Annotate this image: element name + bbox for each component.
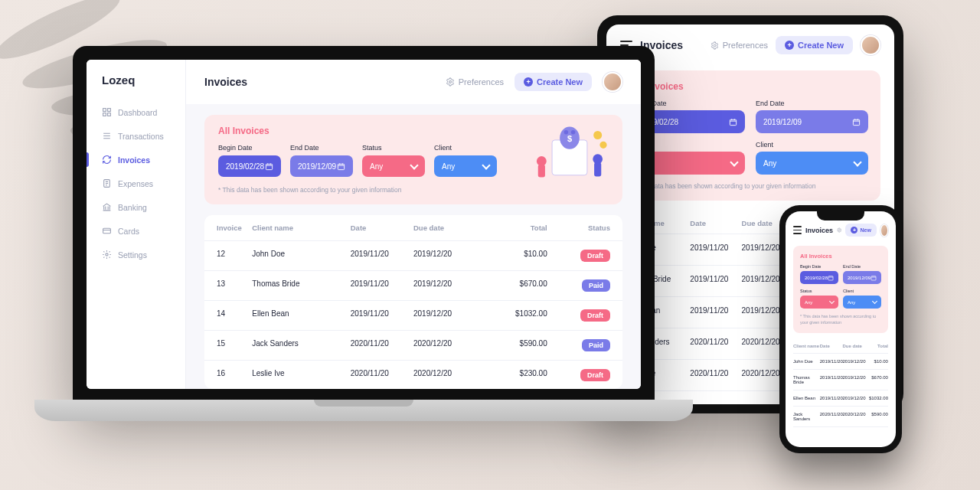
table-row[interactable]: 16Leslie Ive2020/11/202020/12/20$230.00D… <box>204 361 622 389</box>
begin-date-picker[interactable]: 2019/02/28 <box>218 155 281 177</box>
svg-point-24 <box>537 156 547 166</box>
sidebar-item-transactions[interactable]: Transactions <box>87 124 185 148</box>
table-row[interactable]: Jack Sanders2020/11/202020/12/20$590.00 <box>793 407 888 427</box>
sidebar-item-invoices[interactable]: Invoices <box>87 148 185 172</box>
table-header-row: Invoice Client name Date Due date Total … <box>204 215 622 241</box>
filter-note: * This data has been shown according to … <box>218 186 609 194</box>
client-select[interactable]: Any <box>434 155 497 177</box>
svg-rect-16 <box>338 164 344 169</box>
client-label: Client <box>756 141 868 149</box>
svg-rect-30 <box>871 276 876 279</box>
end-date-label: End Date <box>290 144 353 152</box>
end-date-picker[interactable]: 2019/12/09 <box>756 110 868 133</box>
plus-icon: + <box>851 227 858 234</box>
preferences-button[interactable]: Preferences <box>446 77 504 87</box>
laptop-device: Lozeq DashboardTransactionsInvoicesExpen… <box>73 46 655 421</box>
sidebar-item-expenses[interactable]: Expenses <box>87 172 185 195</box>
begin-date-picker[interactable]: 2019/02/28 <box>800 271 838 284</box>
svg-rect-15 <box>266 164 272 169</box>
status-badge: Draft <box>580 309 610 322</box>
avatar[interactable] <box>603 72 622 92</box>
filter-card: All Invoices Begin Date 2019/02/28 End D… <box>620 70 880 201</box>
begin-date-label: Begin Date <box>218 144 281 152</box>
status-badge: Draft <box>580 250 610 262</box>
end-date-picker[interactable]: 2019/12/09 <box>843 271 881 284</box>
calendar-icon <box>852 118 861 126</box>
svg-point-18 <box>593 131 602 139</box>
table-row[interactable]: Ellen Bean2019/11/202019/12/20$1032.00 <box>793 390 888 407</box>
grid-icon <box>102 107 112 117</box>
svg-rect-5 <box>730 119 736 125</box>
page-title: Invoices <box>805 227 833 234</box>
svg-point-26 <box>593 154 603 164</box>
filter-note: * This data has been shown according to … <box>632 182 868 190</box>
svg-rect-12 <box>103 228 111 234</box>
plus-icon: + <box>524 77 533 87</box>
svg-point-14 <box>449 81 451 83</box>
table-header-row: Client name Date Due date Total <box>793 339 888 354</box>
calendar-icon <box>265 162 273 171</box>
sidebar-item-label: Expenses <box>118 179 153 188</box>
avatar[interactable] <box>880 224 888 237</box>
svg-point-4 <box>714 44 716 47</box>
sidebar-item-label: Transactions <box>118 132 164 141</box>
status-label: Status <box>800 289 838 293</box>
calendar-icon <box>337 162 345 171</box>
preferences-button[interactable]: Preferences <box>710 41 768 50</box>
table-row[interactable]: John Doe2019/11/202019/12/20$10.00 <box>793 354 888 370</box>
end-date-picker[interactable]: 2019/12/09 <box>290 155 353 177</box>
svg-rect-27 <box>594 162 601 176</box>
sidebar-item-label: Dashboard <box>118 108 157 117</box>
menu-icon[interactable] <box>793 226 802 234</box>
card-icon <box>102 226 112 236</box>
svg-text:$: $ <box>567 134 572 143</box>
main-pane: Invoices Preferences + Create New All In… <box>186 60 641 389</box>
phone-screen: Invoices + New All Invoices Begin Date 2… <box>786 211 896 447</box>
receipt-icon <box>102 178 112 188</box>
gear-icon <box>446 77 455 87</box>
avatar[interactable] <box>861 35 880 55</box>
sidebar-item-cards[interactable]: Cards <box>87 219 185 243</box>
sidebar-item-settings[interactable]: Settings <box>87 243 185 266</box>
svg-rect-29 <box>828 276 833 279</box>
phone-table: Client name Date Due date Total John Doe… <box>786 336 896 430</box>
filter-card: All Invoices Begin Date 2019/02/28 End D… <box>793 246 888 333</box>
client-select[interactable]: Any <box>843 296 881 309</box>
end-date-label: End Date <box>843 264 881 269</box>
svg-rect-7 <box>103 109 106 112</box>
gear-icon <box>102 250 112 260</box>
table-row[interactable]: 12John Doe2019/11/202019/12/20$10.00Draf… <box>204 241 622 271</box>
client-select[interactable]: Any <box>756 152 868 175</box>
plus-icon: + <box>785 41 794 50</box>
status-select[interactable]: Any <box>800 296 838 309</box>
list-icon <box>102 131 112 141</box>
sidebar-item-label: Cards <box>118 227 139 236</box>
chevron-down-icon <box>410 161 418 169</box>
filter-title: All Invoices <box>632 81 868 92</box>
table-row[interactable]: 14Ellen Bean2019/11/202019/12/20$1032.00… <box>204 301 622 331</box>
sidebar-item-dashboard[interactable]: Dashboard <box>87 100 185 124</box>
chevron-down-icon <box>730 158 738 166</box>
main-header: Invoices Preferences + Create New <box>186 60 641 104</box>
status-badge: Draft <box>580 369 610 381</box>
filter-illustration: $ <box>528 122 612 184</box>
svg-rect-10 <box>108 113 111 116</box>
table-row[interactable]: 13Thomas Bride2019/11/202019/12/20$670.0… <box>204 271 622 301</box>
status-select[interactable]: Any <box>362 155 425 177</box>
table-row[interactable]: 15Jack Sanders2020/11/202020/12/20$590.0… <box>204 331 622 361</box>
create-new-button[interactable]: + New <box>845 224 876 237</box>
status-badge: Paid <box>582 339 610 351</box>
sidebar-item-label: Invoices <box>118 155 150 165</box>
client-label: Client <box>434 144 497 152</box>
create-new-button[interactable]: + Create New <box>776 36 853 54</box>
refresh-icon <box>102 155 112 165</box>
sidebar-item-banking[interactable]: Banking <box>87 195 185 219</box>
gear-icon[interactable] <box>837 226 841 234</box>
client-label: Client <box>843 289 881 293</box>
laptop-screen: Lozeq DashboardTransactionsInvoicesExpen… <box>87 60 641 389</box>
bank-icon <box>102 202 112 212</box>
phone-device: Invoices + New All Invoices Begin Date 2… <box>779 205 902 453</box>
create-new-button[interactable]: + Create New <box>514 73 592 91</box>
calendar-icon <box>729 118 737 126</box>
table-row[interactable]: Thomas Bride2019/11/202019/12/20$670.00 <box>793 370 888 390</box>
